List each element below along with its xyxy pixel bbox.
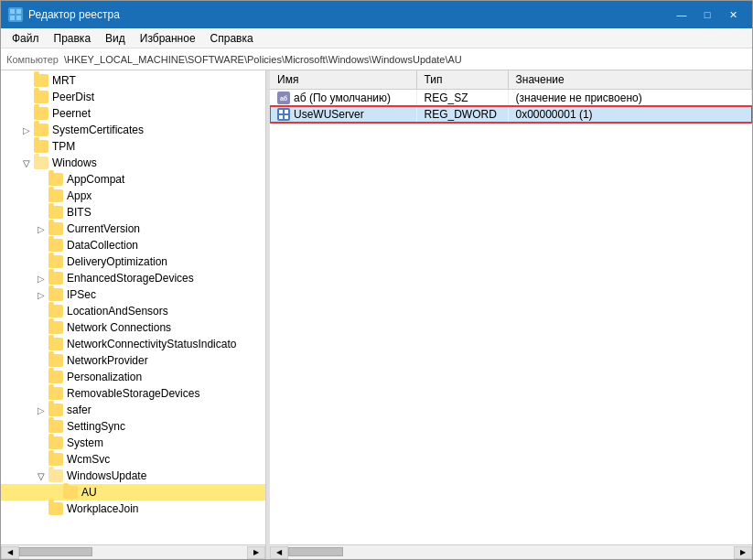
tree-label-removablestoragedevices: RemovableStorageDevices (67, 387, 265, 400)
column-header-name: Имя (270, 70, 416, 90)
tree-item-windowsupdate[interactable]: ▽ WindowsUpdate (1, 468, 265, 484)
tree-item-bits[interactable]: BITS (1, 204, 265, 221)
tree-item-enhancedstoragedevices[interactable]: ▷ EnhancedStorageDevices (1, 270, 265, 286)
tree-item-mrt[interactable]: MRT (1, 72, 265, 89)
expand-placeholder (34, 337, 48, 351)
folder-icon-system (48, 436, 63, 449)
tree-label-mrt: MRT (52, 74, 265, 87)
tree-item-windows[interactable]: ▽ Windows (1, 155, 265, 171)
folder-icon-networkconnectivitystatusindicator (48, 338, 63, 350)
expand-placeholder (34, 238, 48, 253)
tree-item-au[interactable]: AU (1, 484, 265, 501)
address-bar: Компьютер \HKEY_LOCAL_MACHINE\SOFTWARE\P… (1, 48, 752, 70)
window-controls: — □ ✕ (670, 5, 745, 25)
menu-bar: Файл Правка Вид Избранное Справка (1, 28, 752, 48)
folder-icon-mrt (34, 74, 48, 87)
registry-name-usewuserver: UseWUServer (294, 108, 364, 121)
column-header-type: Тип (416, 70, 508, 90)
folder-icon-bits (48, 206, 63, 219)
tree-item-datacollection[interactable]: DataCollection (1, 237, 265, 253)
tree-item-removablestoragedevices[interactable]: RemovableStorageDevices (1, 385, 265, 402)
tree-item-appx[interactable]: Appx (1, 188, 265, 204)
scroll-track (19, 545, 247, 559)
expand-placeholder (19, 106, 34, 121)
folder-icon-removablestoragedevices (48, 387, 63, 400)
close-button[interactable]: ✕ (721, 5, 745, 25)
tree-item-networkconnections[interactable]: Network Connections (1, 319, 265, 336)
tree-item-currentversion[interactable]: ▷ CurrentVersion (1, 221, 265, 237)
expand-icon-windows: ▽ (19, 156, 34, 170)
minimize-button[interactable]: — (670, 5, 694, 25)
expand-placeholder (34, 172, 48, 187)
tree-item-wcmsvc[interactable]: WcmSvc (1, 451, 265, 468)
expand-icon-windowsupdate: ▽ (34, 468, 48, 483)
expand-placeholder (34, 254, 48, 269)
registry-values-pane: Имя Тип Значение аб аб (По умолчанию) (270, 70, 752, 559)
scroll-left-values[interactable]: ◀ (270, 546, 288, 559)
tree-item-safer[interactable]: ▷ safer (1, 402, 265, 418)
tree-item-settingsync[interactable]: SettingSync (1, 418, 265, 435)
expand-placeholder (48, 485, 63, 500)
tree-item-workplacejoin[interactable]: WorkplaceJoin (1, 501, 265, 517)
tree-label-peernet: Peernet (52, 107, 265, 120)
tree-item-locationandsensors[interactable]: LocationAndSensors (1, 303, 265, 319)
menu-view[interactable]: Вид (98, 30, 133, 47)
scroll-left-button[interactable]: ◀ (1, 546, 19, 559)
menu-file[interactable]: Файл (5, 30, 47, 47)
main-content: MRT PeerDist Peernet ▷ (1, 70, 752, 559)
scroll-right-values[interactable]: ▶ (734, 546, 752, 559)
folder-icon-appx (48, 189, 63, 202)
folder-icon-peernet (34, 107, 48, 120)
folder-icon-networkprovider (48, 354, 63, 367)
menu-edit[interactable]: Правка (47, 30, 99, 47)
registry-tree[interactable]: MRT PeerDist Peernet ▷ (1, 70, 265, 544)
value-cell-usewuserver: 0x00000001 (1) (508, 106, 752, 123)
menu-favorites[interactable]: Избранное (133, 30, 203, 47)
expand-placeholder (34, 501, 48, 516)
values-horizontal-scrollbar[interactable]: ◀ ▶ (270, 544, 752, 559)
tree-label-networkconnections: Network Connections (67, 321, 265, 334)
scroll-right-button[interactable]: ▶ (247, 546, 265, 559)
menu-help[interactable]: Справка (203, 30, 261, 47)
reg-icon-default: аб (277, 92, 290, 104)
tree-item-tpm[interactable]: TPM (1, 138, 265, 155)
tree-horizontal-scrollbar[interactable]: ◀ ▶ (1, 544, 265, 559)
address-path: \HKEY_LOCAL_MACHINE\SOFTWARE\Policies\Mi… (64, 54, 462, 65)
tree-item-peerdist[interactable]: PeerDist (1, 89, 265, 105)
tree-item-peernet[interactable]: Peernet (1, 105, 265, 122)
tree-label-systemcertificates: SystemCertificates (52, 124, 265, 136)
window-title: Редактор реестра (28, 8, 670, 21)
maximize-button[interactable]: □ (695, 5, 719, 25)
folder-icon-wcmsvc (48, 453, 63, 466)
registry-name-default: аб (По умолчанию) (294, 92, 391, 104)
folder-icon-personalization (48, 371, 63, 383)
tree-label-datacollection: DataCollection (67, 239, 265, 252)
tree-item-deliveryoptimization[interactable]: DeliveryOptimization (1, 253, 265, 270)
svg-rect-1 (16, 9, 21, 14)
tree-item-personalization[interactable]: Personalization (1, 369, 265, 385)
svg-rect-0 (10, 9, 15, 14)
tree-item-system[interactable]: System (1, 435, 265, 451)
values-scroll-track (288, 545, 734, 559)
scroll-thumb[interactable] (19, 547, 92, 556)
registry-tree-pane: MRT PeerDist Peernet ▷ (1, 70, 266, 559)
table-row-usewuserver[interactable]: UseWUServer REG_DWORD 0x00000001 (1) (270, 106, 752, 123)
tree-label-wcmsvc: WcmSvc (67, 453, 265, 466)
expand-placeholder (19, 90, 34, 104)
tree-item-networkconnectivitystatusindicator[interactable]: NetworkConnectivityStatusIndicato (1, 336, 265, 352)
tree-item-ipsec[interactable]: ▷ IPSec (1, 286, 265, 303)
expand-placeholder (34, 304, 48, 318)
tree-label-locationandsensors: LocationAndSensors (67, 305, 265, 318)
expand-placeholder (34, 370, 48, 384)
expand-placeholder (34, 188, 48, 203)
table-row[interactable]: аб аб (По умолчанию) REG_SZ (значение не… (270, 90, 752, 107)
tree-label-deliveryoptimization: DeliveryOptimization (67, 255, 265, 268)
registry-values-table[interactable]: Имя Тип Значение аб аб (По умолчанию) (270, 70, 752, 544)
values-scroll-thumb[interactable] (288, 547, 343, 556)
folder-icon-appcompat (48, 173, 63, 186)
svg-rect-3 (16, 16, 21, 20)
reg-icon-usewuserver (277, 108, 290, 121)
tree-item-appcompat[interactable]: AppCompat (1, 171, 265, 188)
tree-item-systemcertificates[interactable]: ▷ SystemCertificates (1, 122, 265, 138)
tree-item-networkprovider[interactable]: NetworkProvider (1, 352, 265, 369)
